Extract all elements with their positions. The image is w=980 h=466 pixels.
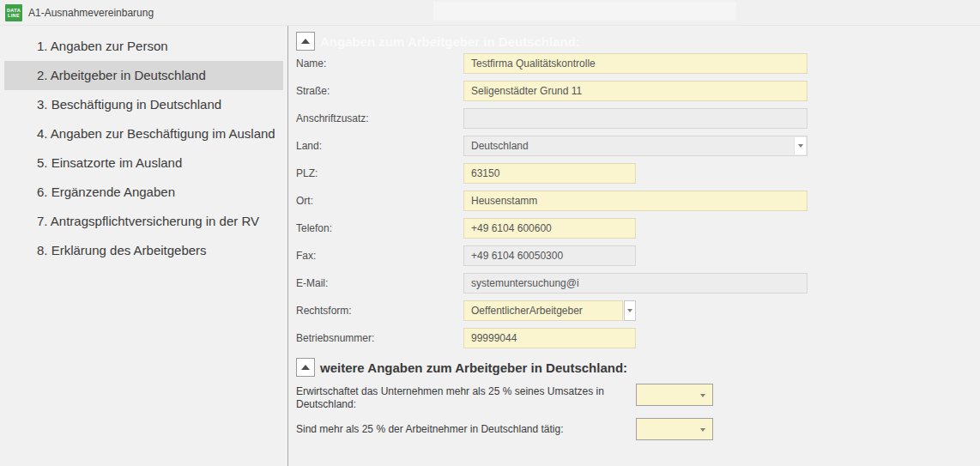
field-row-strasse: Straße: Seligenstädter Grund 11 bbox=[296, 81, 980, 108]
name-input[interactable]: Testfirma Qualitätskontrolle bbox=[463, 53, 808, 74]
section2-header: weitere Angaben zum Arbeitgeber in Deuts… bbox=[296, 358, 980, 377]
strasse-value: Seligenstädter Grund 11 bbox=[471, 85, 582, 97]
window-title: A1-Ausnahmevereinbarung bbox=[28, 0, 154, 26]
fax-input[interactable]: +49 6104 60050300 bbox=[463, 245, 636, 266]
field-row-anschriftzusatz: Anschriftzusatz: bbox=[296, 108, 980, 136]
chevron-down-icon bbox=[798, 144, 803, 148]
chevron-down-icon bbox=[700, 394, 705, 397]
ort-input[interactable]: Heusenstamm bbox=[463, 191, 808, 211]
field-row-rechtsform: Rechtsform: OeffentlicherArbeitgeber bbox=[296, 300, 980, 328]
triangle-up-icon bbox=[301, 365, 310, 370]
rechtsform-label: Rechtsform: bbox=[296, 300, 463, 321]
anschriftzusatz-label: Anschriftzusatz: bbox=[296, 108, 463, 129]
sidebar-item-einsatzorte-im-ausland[interactable]: 5. Einsatzorte im Ausland bbox=[4, 148, 283, 178]
strasse-label: Straße: bbox=[296, 81, 463, 101]
triangle-up-icon bbox=[301, 39, 310, 44]
question-umsatz-dropdown[interactable] bbox=[636, 384, 713, 406]
sidebar-item-beschaeftigung-im-ausland[interactable]: 4. Angaben zur Beschäftigung im Ausland bbox=[4, 119, 283, 148]
email-input[interactable]: systemuntersuchung@i bbox=[463, 273, 808, 294]
fax-value: +49 6104 60050300 bbox=[471, 250, 563, 262]
collapse-section2-button[interactable] bbox=[296, 358, 315, 377]
land-dropdown-button[interactable] bbox=[794, 137, 806, 154]
telefon-value: +49 6104 600600 bbox=[471, 222, 552, 234]
ort-label: Ort: bbox=[296, 191, 463, 211]
title-bar: DATA LINE A1-Ausnahmevereinbarung bbox=[0, 0, 980, 26]
field-row-betriebsnummer: Betriebsnummer: 99999044 bbox=[296, 328, 980, 355]
sidebar-item-antragspflichtversicherung[interactable]: 7. Antragspflichtversicherung in der RV bbox=[4, 207, 283, 236]
sidebar-item-erklaerung-des-arbeitgebers[interactable]: 8. Erklärung des Arbeitgebers bbox=[4, 236, 283, 265]
telefon-input[interactable]: +49 6104 600600 bbox=[463, 218, 636, 239]
field-row-telefon: Telefon: +49 6104 600600 bbox=[296, 218, 980, 245]
betriebsnummer-label: Betriebsnummer: bbox=[296, 328, 463, 348]
dataline-logo-icon: DATA LINE bbox=[5, 4, 22, 21]
chevron-down-icon bbox=[627, 309, 632, 312]
rechtsform-value: OeffentlicherArbeitgeber bbox=[471, 305, 583, 317]
question-arbeitnehmer-label: Sind mehr als 25 % der Arbeitnehmer in D… bbox=[296, 418, 636, 440]
logo-text-bottom: LINE bbox=[8, 13, 20, 18]
sidebar-item-beschaeftigung-in-deutschland[interactable]: 3. Beschäftigung in Deutschland bbox=[4, 90, 283, 119]
field-row-name: Name: Testfirma Qualitätskontrolle bbox=[296, 53, 980, 81]
form-panel: Angaben zum Arbeitgeber in Deutschland: … bbox=[288, 26, 980, 466]
section1-header: Angaben zum Arbeitgeber in Deutschland: bbox=[296, 32, 980, 51]
section1-title: Angaben zum Arbeitgeber in Deutschland: bbox=[320, 34, 580, 49]
strasse-input[interactable]: Seligenstädter Grund 11 bbox=[463, 81, 808, 101]
ort-value: Heusenstamm bbox=[471, 195, 537, 207]
plz-value: 63150 bbox=[471, 167, 499, 179]
field-row-email: E-Mail: systemuntersuchung@i bbox=[296, 273, 980, 300]
plz-label: PLZ: bbox=[296, 163, 463, 184]
land-value: Deutschland bbox=[471, 140, 529, 152]
anschriftzusatz-input[interactable] bbox=[463, 108, 808, 129]
name-label: Name: bbox=[296, 53, 463, 74]
betriebsnummer-value: 99999044 bbox=[471, 332, 517, 344]
titlebar-ghost-strip bbox=[433, 2, 736, 21]
rechtsform-combobox[interactable]: OeffentlicherArbeitgeber bbox=[463, 300, 623, 321]
sidebar-item-angaben-zur-person[interactable]: 1. Angaben zur Person bbox=[4, 32, 283, 61]
plz-input[interactable]: 63150 bbox=[463, 163, 636, 184]
question-arbeitnehmer-dropdown[interactable] bbox=[636, 418, 713, 440]
land-combobox[interactable]: Deutschland bbox=[463, 136, 808, 156]
sidebar-item-ergaenzende-angaben[interactable]: 6. Ergänzende Angaben bbox=[4, 178, 283, 207]
rechtsform-dropdown-button[interactable] bbox=[624, 300, 636, 321]
name-value: Testfirma Qualitätskontrolle bbox=[471, 57, 596, 70]
question-umsatz-label: Erwirtschaftet das Unternehmen mehr als … bbox=[296, 384, 636, 411]
betriebsnummer-input[interactable]: 99999044 bbox=[463, 328, 636, 348]
field-rows: Name: Testfirma Qualitätskontrolle Straß… bbox=[296, 53, 980, 355]
fax-label: Fax: bbox=[296, 245, 463, 266]
question-row-arbeitnehmer: Sind mehr als 25 % der Arbeitnehmer in D… bbox=[296, 418, 980, 452]
question-row-umsatz: Erwirtschaftet das Unternehmen mehr als … bbox=[296, 384, 980, 418]
email-label: E-Mail: bbox=[296, 273, 463, 294]
sidebar-nav: 1. Angaben zur Person 2. Arbeitgeber in … bbox=[0, 26, 287, 466]
field-row-ort: Ort: Heusenstamm bbox=[296, 191, 980, 218]
field-row-fax: Fax: +49 6104 60050300 bbox=[296, 245, 980, 273]
sidebar-item-arbeitgeber-in-deutschland[interactable]: 2. Arbeitgeber in Deutschland bbox=[4, 61, 283, 90]
land-label: Land: bbox=[296, 136, 463, 156]
telefon-label: Telefon: bbox=[296, 218, 463, 239]
collapse-section1-button[interactable] bbox=[296, 32, 315, 51]
field-row-plz: PLZ: 63150 bbox=[296, 163, 980, 191]
email-value: systemuntersuchung@i bbox=[471, 277, 579, 289]
chevron-down-icon bbox=[700, 428, 705, 432]
app-window: DATA LINE A1-Ausnahmevereinbarung 1. Ang… bbox=[0, 0, 980, 466]
section2-title: weitere Angaben zum Arbeitgeber in Deuts… bbox=[320, 360, 627, 375]
field-row-land: Land: Deutschland bbox=[296, 136, 980, 163]
